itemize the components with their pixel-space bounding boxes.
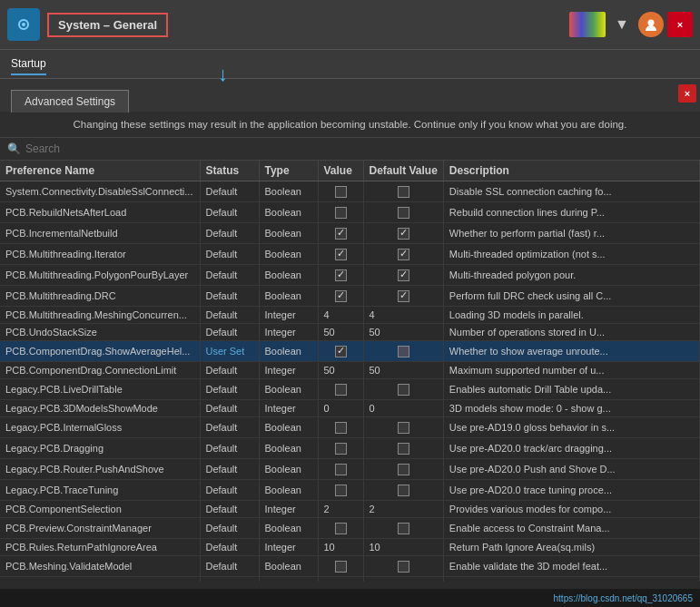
pref-status: Default bbox=[200, 556, 259, 577]
checkbox[interactable] bbox=[335, 346, 347, 357]
checkbox[interactable] bbox=[335, 228, 347, 240]
top-right-controls: ▼ × bbox=[569, 12, 693, 37]
pref-name: Legacy.PCB.InternalGloss bbox=[0, 417, 200, 438]
checkbox[interactable] bbox=[335, 290, 347, 302]
checkbox[interactable] bbox=[398, 207, 409, 219]
table-row[interactable]: PCB.ComponentDrag.ConnectionLimitDefault… bbox=[0, 362, 700, 379]
pref-status: Default bbox=[200, 539, 259, 556]
table-row[interactable]: PCB.Rules.ReturnPathIgnoreAreaDefaultInt… bbox=[0, 539, 700, 556]
checkbox[interactable] bbox=[398, 582, 409, 583]
table-row[interactable]: PCB.Preview.ConstraintManagerDefaultBool… bbox=[0, 518, 700, 539]
checkbox[interactable] bbox=[335, 269, 347, 281]
checkbox[interactable] bbox=[335, 422, 347, 434]
pref-type: Boolean bbox=[259, 244, 318, 265]
pref-description: Use pre-AD20.0 Push and Shove D... bbox=[443, 459, 699, 480]
pref-name: Legacy.PCB.Router.PushAndShove bbox=[0, 459, 200, 480]
checkbox[interactable] bbox=[335, 249, 347, 260]
checkbox[interactable] bbox=[398, 290, 409, 302]
checkbox[interactable] bbox=[335, 443, 347, 455]
table-row[interactable]: Legacy.PCB.3DModelsShowModeDefaultIntege… bbox=[0, 400, 700, 417]
table-row[interactable]: Legacy.PCB.TraceTuningDefaultBooleanUse … bbox=[0, 480, 700, 501]
checkbox[interactable] bbox=[398, 249, 409, 260]
svg-point-2 bbox=[22, 23, 25, 26]
table-row[interactable]: Legacy.PCB.InternalGlossDefaultBooleanUs… bbox=[0, 417, 700, 438]
dialog-close-button[interactable]: × bbox=[678, 84, 696, 103]
checkbox[interactable] bbox=[398, 443, 409, 455]
checkbox[interactable] bbox=[398, 346, 409, 357]
pref-description: Loading 3D models in parallel. bbox=[443, 307, 699, 324]
checkbox[interactable] bbox=[398, 523, 409, 534]
search-bar: 🔍 bbox=[0, 138, 700, 161]
pref-status: Default bbox=[200, 577, 259, 583]
table-row[interactable]: Legacy.PCB.DraggingDefaultBooleanUse pre… bbox=[0, 438, 700, 459]
checkbox[interactable] bbox=[398, 422, 409, 434]
pref-name: Legacy.PCB.TraceTuning bbox=[0, 480, 200, 501]
pref-status: Default bbox=[200, 244, 259, 265]
pref-type: Boolean bbox=[259, 379, 318, 400]
col-header-pref: Preference Name bbox=[0, 161, 200, 181]
table-row[interactable]: PCB.Multithreading.MeshingConcurren...De… bbox=[0, 307, 700, 324]
pref-description: Enabled - delay value depends on... bbox=[443, 577, 699, 583]
checkbox[interactable] bbox=[398, 561, 409, 573]
pref-type: Boolean bbox=[259, 556, 318, 577]
advanced-settings-tab[interactable]: Advanced Settings bbox=[11, 90, 129, 113]
pref-description: Use pre-AD20.0 trace tuning proce... bbox=[443, 480, 699, 501]
table-row[interactable]: PCB.Delay.ViaDefaultBooleanEnabled - del… bbox=[0, 577, 700, 583]
checkbox[interactable] bbox=[398, 186, 409, 198]
pref-type: Boolean bbox=[259, 438, 318, 459]
col-header-default: Default Value bbox=[363, 161, 443, 181]
pref-name: PCB.RebuildNetsAfterLoad bbox=[0, 202, 200, 223]
table-row[interactable]: PCB.Meshing.ValidateModelDefaultBooleanE… bbox=[0, 556, 700, 577]
checkbox[interactable] bbox=[398, 269, 409, 281]
pref-type: Boolean bbox=[259, 480, 318, 501]
pref-name: PCB.Multithreading.Iterator bbox=[0, 244, 200, 265]
search-input[interactable] bbox=[25, 142, 693, 155]
checkbox[interactable] bbox=[398, 384, 409, 396]
pref-default-value: 50 bbox=[363, 324, 443, 341]
table-row[interactable]: Legacy.PCB.Router.PushAndShoveDefaultBoo… bbox=[0, 459, 700, 480]
table-row[interactable]: PCB.ComponentSelectionDefaultInteger22Pr… bbox=[0, 501, 700, 518]
table-row[interactable]: System.Connectivity.DisableSslConnecti..… bbox=[0, 181, 700, 202]
table-row[interactable]: PCB.RebuildNetsAfterLoadDefaultBooleanRe… bbox=[0, 202, 700, 223]
checkbox[interactable] bbox=[335, 186, 347, 198]
pref-status: User Set bbox=[200, 341, 259, 362]
checkbox[interactable] bbox=[335, 384, 347, 396]
checkbox[interactable] bbox=[335, 207, 347, 219]
pref-type: Integer bbox=[259, 362, 318, 379]
pref-description: Disable SSL connection caching fo... bbox=[443, 181, 699, 202]
pref-type: Boolean bbox=[259, 577, 318, 583]
pref-name: PCB.Rules.ReturnPathIgnoreArea bbox=[0, 539, 200, 556]
table-row[interactable]: PCB.Multithreading.DRCDefaultBooleanPerf… bbox=[0, 286, 700, 307]
sub-nav-startup[interactable]: Startup bbox=[11, 54, 46, 75]
pref-type: Boolean bbox=[259, 341, 318, 362]
checkbox[interactable] bbox=[398, 228, 409, 240]
status-url: https://blog.csdn.net/qq_31020665 bbox=[554, 593, 693, 603]
col-header-type: Type bbox=[259, 161, 318, 181]
table-row[interactable]: PCB.IncrementalNetbuildDefaultBooleanWhe… bbox=[0, 223, 700, 244]
pref-name: PCB.Preview.ConstraintManager bbox=[0, 518, 200, 539]
pref-type: Boolean bbox=[259, 459, 318, 480]
table-row[interactable]: PCB.Multithreading.PolygonPourByLayerDef… bbox=[0, 265, 700, 286]
preferences-table: Preference Name Status Type Value Defaul… bbox=[0, 161, 700, 582]
table-row[interactable]: PCB.UndoStackSizeDefaultInteger5050Numbe… bbox=[0, 324, 700, 341]
checkbox[interactable] bbox=[335, 561, 347, 573]
checkbox[interactable] bbox=[398, 485, 409, 496]
checkbox[interactable] bbox=[335, 582, 347, 583]
pref-status: Default bbox=[200, 265, 259, 286]
warning-text: Changing these settings may result in th… bbox=[0, 112, 700, 138]
pref-status: Default bbox=[200, 438, 259, 459]
table-row[interactable]: Legacy.PCB.LiveDrillTableDefaultBooleanE… bbox=[0, 379, 700, 400]
filter-icon[interactable]: ▼ bbox=[609, 12, 635, 37]
table-row[interactable]: PCB.ComponentDrag.ShowAverageHel...User … bbox=[0, 341, 700, 362]
checkbox[interactable] bbox=[335, 485, 347, 496]
pref-value: 2 bbox=[318, 501, 363, 518]
pref-name: Legacy.PCB.3DModelsShowMode bbox=[0, 400, 200, 417]
checkbox[interactable] bbox=[335, 464, 347, 475]
checkbox[interactable] bbox=[335, 523, 347, 534]
pref-status: Default bbox=[200, 459, 259, 480]
close-button[interactable]: × bbox=[667, 12, 693, 37]
pref-status: Default bbox=[200, 202, 259, 223]
table-row[interactable]: PCB.Multithreading.IteratorDefaultBoolea… bbox=[0, 244, 700, 265]
checkbox[interactable] bbox=[398, 464, 409, 475]
pref-default-value: 4 bbox=[363, 307, 443, 324]
